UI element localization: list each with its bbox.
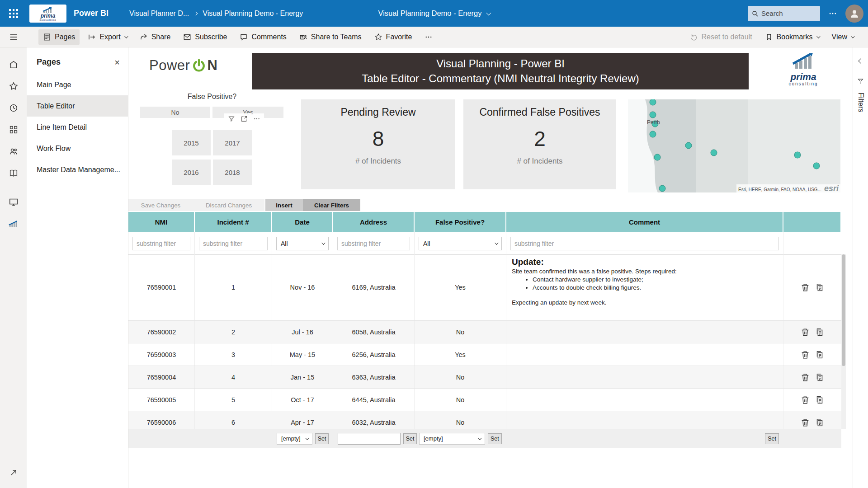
cell-comment[interactable] (506, 321, 783, 343)
cell-nmi[interactable]: 76590006 (128, 411, 195, 429)
set-date-button[interactable]: Set (315, 433, 329, 444)
delete-row-icon[interactable] (800, 418, 810, 427)
cell-address[interactable]: 6169, Australia (333, 254, 415, 320)
page-item-line-item-detail[interactable]: Line Item Detail (27, 117, 128, 138)
comment-filter-input[interactable] (510, 237, 779, 250)
copy-row-icon[interactable] (815, 372, 825, 382)
cell-comment[interactable]: Update: Site team confirmed this was a f… (506, 254, 783, 320)
resize-diagonal-icon[interactable] (3, 462, 24, 483)
copy-row-icon[interactable] (815, 327, 825, 337)
filter-icon[interactable] (228, 115, 235, 122)
cell-nmi[interactable]: 76590003 (128, 343, 195, 366)
breadcrumb-report[interactable]: Visual Planning Demo - Energy (203, 9, 303, 18)
pages-button[interactable]: Pages (38, 29, 80, 45)
year-2016-button[interactable]: 2016 (172, 160, 211, 185)
cell-address[interactable]: 6445, Australia (333, 389, 415, 411)
share-button[interactable]: Share (135, 29, 175, 45)
slicer-no-button[interactable]: No (140, 107, 210, 118)
scrollbar-thumb[interactable] (842, 254, 845, 366)
nav-hamburger-icon[interactable] (0, 33, 27, 42)
view-button[interactable]: View (827, 29, 858, 45)
bulk-date-select[interactable]: [empty] (277, 433, 312, 445)
expand-filters-icon[interactable] (859, 57, 863, 64)
cell-nmi[interactable]: 76590001 (128, 254, 195, 320)
map-point[interactable] (650, 112, 656, 118)
delete-row-icon[interactable] (800, 327, 810, 337)
current-app-icon[interactable] (3, 213, 24, 235)
breadcrumb-workspace[interactable]: Visual Planner D... (129, 9, 189, 18)
save-changes-button[interactable]: Save Changes (128, 199, 193, 211)
delete-row-icon[interactable] (800, 350, 810, 360)
bulk-false-positive-select[interactable]: [empty] (419, 433, 485, 445)
bulk-address-input[interactable] (338, 433, 401, 445)
map-point[interactable] (685, 142, 692, 149)
copy-row-icon[interactable] (815, 282, 825, 292)
org-logo[interactable]: prima consulting (29, 5, 66, 23)
delete-row-icon[interactable] (800, 282, 810, 292)
share-to-teams-button[interactable]: Share to Teams (295, 29, 366, 45)
cell-incident[interactable]: 1 (195, 254, 272, 320)
map-point[interactable] (650, 131, 656, 137)
learn-icon[interactable] (3, 162, 24, 184)
close-icon[interactable]: × (114, 58, 120, 67)
insert-button[interactable]: Insert (265, 199, 303, 211)
copy-row-icon[interactable] (815, 418, 825, 427)
set-false-positive-button[interactable]: Set (488, 433, 502, 444)
cell-false-positive[interactable]: Yes (415, 343, 506, 366)
cell-nmi[interactable]: 76590005 (128, 389, 195, 411)
cell-comment[interactable] (506, 366, 783, 388)
bookmarks-button[interactable]: Bookmarks (760, 29, 824, 45)
cell-incident[interactable]: 5 (195, 389, 272, 411)
cell-false-positive[interactable]: Yes (415, 254, 506, 320)
map-point[interactable] (650, 99, 656, 105)
cell-date[interactable]: Apr - 17 (272, 411, 333, 429)
copy-row-icon[interactable] (815, 395, 825, 405)
set-comment-button[interactable]: Set (765, 433, 779, 444)
map-point[interactable] (794, 152, 801, 158)
delete-row-icon[interactable] (800, 395, 810, 405)
cell-incident[interactable]: 4 (195, 366, 272, 388)
home-icon[interactable] (3, 54, 24, 75)
map-point[interactable] (813, 163, 820, 169)
cell-date[interactable]: Oct - 17 (272, 389, 333, 411)
cell-address[interactable]: 6363, Australia (333, 366, 415, 388)
delete-row-icon[interactable] (800, 372, 810, 382)
cell-date[interactable]: Jul - 16 (272, 321, 333, 343)
search-box[interactable] (748, 6, 820, 21)
report-title-dropdown[interactable]: Visual Planning Demo - Energy (378, 9, 490, 18)
page-item-master-data[interactable]: Master Data Manageme... (27, 159, 128, 180)
cell-incident[interactable]: 2 (195, 321, 272, 343)
cell-incident[interactable]: 6 (195, 411, 272, 429)
subscribe-button[interactable]: Subscribe (179, 29, 231, 45)
cell-false-positive[interactable]: No (415, 389, 506, 411)
incident-filter-input[interactable] (199, 237, 268, 250)
topbar-more-icon[interactable] (828, 9, 837, 18)
more-options-icon[interactable] (253, 115, 260, 122)
cell-comment[interactable] (506, 411, 783, 429)
cell-address[interactable]: 6058, Australia (333, 321, 415, 343)
confirmed-false-positives-card[interactable]: Confirmed False Positives 2 # of Inciden… (463, 99, 616, 189)
toolbar-more-icon[interactable] (420, 29, 437, 45)
cell-date[interactable]: Jan - 15 (272, 366, 333, 388)
workspaces-icon[interactable] (3, 191, 24, 213)
map-point[interactable] (711, 150, 717, 156)
cell-false-positive[interactable]: No (415, 321, 506, 343)
cell-false-positive[interactable]: No (415, 411, 506, 429)
date-filter-select[interactable]: All (276, 237, 329, 250)
favorite-button[interactable]: Favorite (370, 29, 417, 45)
nmi-filter-input[interactable] (132, 237, 190, 250)
apps-icon[interactable] (3, 119, 24, 141)
discard-changes-button[interactable]: Discard Changes (193, 199, 264, 211)
cell-address[interactable]: 6032, Australia (333, 411, 415, 429)
cell-nmi[interactable]: 76590002 (128, 321, 195, 343)
map-point[interactable] (654, 154, 660, 160)
cell-false-positive[interactable]: No (415, 366, 506, 388)
year-2018-button[interactable]: 2018 (213, 160, 252, 185)
cell-date[interactable]: May - 15 (272, 343, 333, 366)
address-filter-input[interactable] (337, 237, 410, 250)
year-2015-button[interactable]: 2015 (172, 130, 211, 155)
year-2017-button[interactable]: 2017 (213, 130, 252, 155)
comments-button[interactable]: Comments (235, 29, 291, 45)
pending-review-card[interactable]: Pending Review 8 # of Incidents (301, 99, 455, 189)
cell-incident[interactable]: 3 (195, 343, 272, 366)
